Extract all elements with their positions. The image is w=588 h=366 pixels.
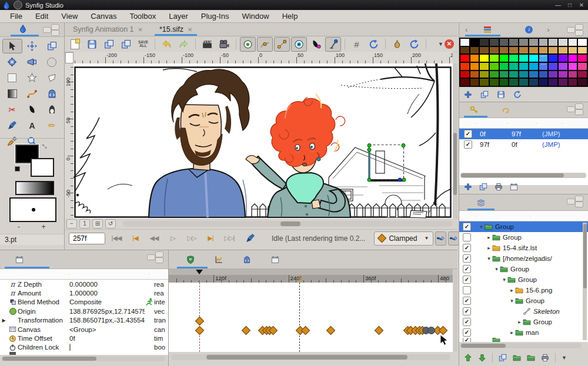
- redo-button[interactable]: [176, 37, 192, 52]
- curves-tab-icon[interactable]: [215, 256, 223, 264]
- palette-swatch[interactable]: [470, 55, 479, 62]
- tool-fill[interactable]: [22, 102, 42, 117]
- duplicate-keyframe-button[interactable]: [479, 183, 487, 191]
- info-tab-icon[interactable]: i: [525, 26, 533, 33]
- palette-swatch[interactable]: [569, 39, 577, 46]
- palette-swatch[interactable]: [500, 79, 509, 86]
- children-lock-checkbox[interactable]: [69, 344, 71, 351]
- layer-visible-checkbox[interactable]: ✓: [463, 265, 471, 273]
- keyframe-active-checkbox[interactable]: ✓: [464, 140, 472, 149]
- close-button[interactable]: ✕: [577, 1, 586, 9]
- waypoint-canvas[interactable]: [439, 325, 448, 335]
- waypoint-canvas[interactable]: [375, 325, 384, 335]
- time-cursor-ruler[interactable]: [299, 275, 300, 283]
- palette-swatch[interactable]: [500, 47, 509, 54]
- palette-swatch[interactable]: [549, 63, 557, 70]
- params-dock-controls[interactable]: [147, 251, 167, 262]
- menu-view[interactable]: View: [55, 11, 84, 22]
- interpolation-dropdown[interactable]: Clamped ▼: [374, 231, 433, 246]
- layer-visible-checkbox[interactable]: ✓: [463, 297, 471, 305]
- layer-expander[interactable]: ▸: [486, 234, 492, 240]
- toolbox-tab-icon[interactable]: [19, 25, 27, 33]
- palette-swatch[interactable]: [549, 55, 557, 62]
- palette-swatch[interactable]: [559, 39, 567, 46]
- layer-row[interactable]: ✓ ▸ Group: [459, 317, 588, 327]
- prev-tab-icon[interactable]: ‹: [465, 25, 467, 34]
- palette-swatch[interactable]: [539, 71, 548, 78]
- layer-visible-checkbox[interactable]: ✓: [463, 223, 471, 231]
- waypoint-transformation[interactable]: [195, 316, 205, 325]
- add-group-button[interactable]: [527, 354, 535, 362]
- canvas-tab-0[interactable]: Synfig Animation 1 ✕: [65, 23, 151, 36]
- tool-width[interactable]: [22, 55, 42, 69]
- refresh-view-button[interactable]: ↺: [105, 219, 116, 229]
- param-value[interactable]: 138.876925px,12.714575: [69, 308, 145, 315]
- layer-expander[interactable]: ▾: [486, 256, 492, 261]
- palette-swatch[interactable]: [509, 47, 518, 54]
- param-value[interactable]: [69, 344, 145, 351]
- save-button[interactable]: [101, 37, 117, 52]
- param-value[interactable]: Composite: [69, 298, 145, 305]
- param-row[interactable]: Time Offset 0f tim: [0, 334, 168, 343]
- palette-swatch[interactable]: [569, 79, 577, 86]
- layer-expander[interactable]: ▾: [493, 266, 500, 272]
- keyframe-row[interactable]: ✓ 0f 97f (JMP): [459, 129, 588, 139]
- menu-edit[interactable]: Edit: [29, 11, 55, 22]
- toggle-radius-ducks-button[interactable]: [291, 37, 307, 52]
- palette-swatch[interactable]: [578, 79, 587, 86]
- palette-swatch[interactable]: [480, 79, 489, 86]
- palette-swatch[interactable]: [500, 71, 509, 78]
- param-row[interactable]: Canvas <Group> can: [0, 325, 168, 334]
- toggle-position-ducks-button[interactable]: [240, 37, 256, 52]
- param-value[interactable]: 0f: [69, 335, 145, 342]
- palette-swatch[interactable]: [519, 47, 528, 54]
- tool-smooth-move[interactable]: [22, 39, 42, 53]
- add-color-button[interactable]: [464, 90, 472, 99]
- col-time[interactable]: [476, 123, 507, 124]
- increase-size-button[interactable]: +: [38, 223, 49, 231]
- refresh-palette-button[interactable]: [513, 90, 522, 99]
- layer-visible-checkbox[interactable]: ✓: [463, 307, 471, 315]
- palette-swatch[interactable]: [460, 55, 469, 62]
- palette-swatch[interactable]: [509, 55, 518, 62]
- palette-swatch[interactable]: [460, 47, 469, 54]
- col-pvalue[interactable]: [69, 274, 150, 275]
- layer-row[interactable]: ✓ ▸ man: [459, 327, 588, 338]
- canvas-tab-1[interactable]: *15.sifz ✕: [151, 23, 201, 36]
- menu-toolbox[interactable]: Toolbox: [123, 11, 162, 22]
- timetrack-keyframe-band[interactable]: [169, 269, 453, 275]
- next-frame-button[interactable]: ▷▷: [182, 232, 201, 245]
- layer-row[interactable]: ✓ ▾ Group: [459, 221, 588, 232]
- duplicate-layer-button[interactable]: [499, 354, 507, 362]
- palette-swatch[interactable]: [490, 71, 499, 78]
- keyframe-jump-link[interactable]: (JMP): [539, 141, 565, 148]
- tool-cutout[interactable]: [42, 86, 62, 101]
- layer-visible-checkbox[interactable]: ✓: [463, 244, 471, 252]
- timetrack-ruler[interactable]: 120f240f360f480: [169, 275, 453, 283]
- palette-swatch[interactable]: [529, 55, 538, 62]
- palette-swatch[interactable]: [480, 39, 489, 46]
- palette-swatch[interactable]: [509, 39, 518, 46]
- keyframes-h-scrollbar[interactable]: [460, 173, 586, 178]
- render-button[interactable]: [199, 37, 215, 52]
- import-palette-button[interactable]: [480, 90, 489, 99]
- palette-swatch[interactable]: [549, 71, 557, 78]
- palette-swatch[interactable]: [480, 55, 489, 62]
- palette-swatch[interactable]: [549, 79, 557, 86]
- params-tab-icon[interactable]: [15, 256, 24, 264]
- waypoint-canvas[interactable]: [300, 325, 310, 335]
- param-row[interactable]: Origin 138.876925px,12.714575 vec: [0, 307, 168, 315]
- zoom-100-button[interactable]: 1: [79, 219, 90, 229]
- palette-swatch[interactable]: [578, 63, 587, 70]
- params-h-scrollbar[interactable]: [2, 356, 165, 361]
- palette-swatch[interactable]: [500, 63, 509, 70]
- new-document-button[interactable]: [67, 37, 83, 52]
- preview-button[interactable]: [216, 37, 232, 52]
- layer-visible-checkbox[interactable]: ✓: [463, 254, 471, 263]
- palette-swatch[interactable]: [490, 39, 499, 46]
- keyframes-dock-controls[interactable]: [567, 103, 587, 114]
- col-name[interactable]: [530, 216, 586, 217]
- layer-row[interactable]: ✓ ▾ Group: [459, 264, 588, 274]
- stop-button[interactable]: ✕: [445, 39, 454, 49]
- param-value[interactable]: 0.000000: [69, 281, 145, 288]
